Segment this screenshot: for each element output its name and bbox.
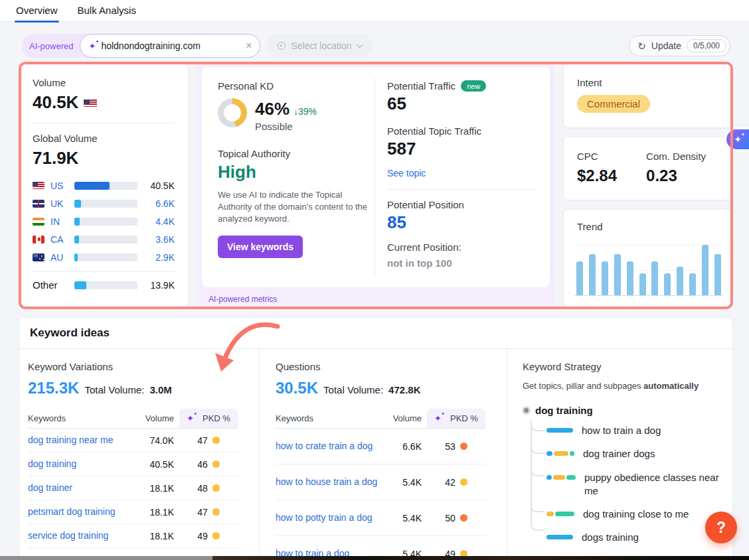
- com-density-label: Com. Density: [646, 151, 706, 162]
- topical-authority-label: Topical Authority: [218, 148, 363, 159]
- strategy-subpage-item[interactable]: dog trainer dogs: [546, 447, 732, 460]
- keyword-link[interactable]: how to potty train a dog: [276, 512, 384, 524]
- country-row: CA3.6K: [33, 230, 175, 248]
- topic-bullet-icon: [524, 408, 529, 413]
- ai-powered-label: AI-powered: [29, 41, 73, 51]
- pkd-difficulty-dot: [212, 484, 220, 492]
- trend-bar: [664, 273, 671, 295]
- country-link[interactable]: US: [50, 180, 68, 191]
- country-volume-bar: [74, 236, 137, 244]
- ca-flag: [33, 236, 44, 244]
- country-volume-bar: [74, 218, 137, 226]
- country-volume-value: 2.9K: [144, 252, 175, 263]
- topical-authority-value: High: [218, 162, 363, 182]
- keywords-column-header[interactable]: Keywords: [28, 409, 137, 428]
- ai-sparkle-icon: ✦: [187, 414, 194, 423]
- see-topic-link[interactable]: See topic: [387, 168, 426, 178]
- new-badge: new: [461, 80, 486, 92]
- us-flag: [33, 182, 44, 190]
- subpage-intent-pill-icon: [546, 475, 576, 480]
- strategy-subpage-item[interactable]: how to train a dog: [546, 424, 732, 437]
- help-button[interactable]: ?: [705, 512, 737, 543]
- volume-card: Volume 40.5K Global Volume 71.9K US40.5K…: [19, 63, 189, 308]
- table-row: dog training40.5K46: [28, 453, 238, 476]
- kd-donut-chart: [218, 98, 247, 127]
- location-placeholder: Select location: [291, 40, 351, 51]
- pkd-difficulty-dot: [212, 437, 220, 444]
- volume-column-header[interactable]: Volume: [384, 409, 422, 428]
- pkd-difficulty-dot: [460, 514, 467, 522]
- cpc-label: CPC: [577, 151, 617, 162]
- clear-search-icon[interactable]: ×: [246, 40, 252, 52]
- country-volume-list: US40.5KUK6.6KIN4.4KCA3.6KAU2.9K: [33, 176, 175, 266]
- global-volume-value: 71.9K: [33, 148, 175, 169]
- country-link[interactable]: CA: [50, 234, 68, 245]
- keyword-link[interactable]: service dog training: [28, 529, 137, 541]
- keyword-link[interactable]: petsmart dog training: [28, 506, 137, 518]
- keyword-link[interactable]: how to crate train a dog: [276, 440, 384, 452]
- keyword-link[interactable]: dog trainer: [28, 482, 137, 494]
- keyword-volume: 6.6K: [384, 441, 422, 452]
- country-row: US40.5K: [33, 176, 175, 194]
- update-button[interactable]: ↻ Update 0/5,000: [629, 35, 730, 56]
- pkd-difficulty-dot: [212, 532, 220, 539]
- trend-bar: [651, 261, 658, 295]
- variations-count[interactable]: 215.3K: [28, 379, 79, 397]
- country-volume-value: 6.6K: [144, 198, 175, 209]
- trend-bar: [689, 273, 696, 295]
- questions-total-value: 472.8K: [388, 384, 420, 395]
- table-row: petsmart dog training18.1K47: [28, 500, 238, 524]
- uk-flag: [33, 200, 44, 208]
- country-link[interactable]: UK: [50, 198, 68, 209]
- subpage-keyword-label: how to train a dog: [582, 424, 661, 437]
- trend-label: Trend: [577, 221, 723, 232]
- pkd-column-header[interactable]: ✦PKD %: [179, 409, 238, 428]
- country-link[interactable]: IN: [50, 216, 68, 227]
- keyword-search-input[interactable]: ✦ holdnondogtraining.com ×: [80, 34, 260, 58]
- trend-bar: [639, 273, 646, 295]
- keyword-volume: 5.4K: [384, 513, 422, 524]
- keyword-volume: 18.1K: [137, 531, 174, 541]
- keyword-volume: 74.0K: [137, 435, 174, 446]
- trend-bar: [602, 261, 608, 295]
- country-volume-value: 40.5K: [144, 180, 175, 191]
- search-query[interactable]: holdnondogtraining.com: [101, 40, 246, 51]
- strategy-subpage-item[interactable]: dog training close to me: [546, 508, 732, 521]
- location-pin-icon: [278, 42, 286, 50]
- pkd-column-header[interactable]: ✦PKD %: [427, 409, 485, 428]
- ai-sparkle-icon: ✦: [88, 42, 96, 50]
- country-row: IN4.4K: [33, 212, 175, 230]
- bottom-content-edge: [0, 556, 749, 560]
- chevron-down-icon: [356, 42, 363, 48]
- tab-overview[interactable]: Overview: [16, 0, 58, 22]
- keyword-pkd: 49: [179, 531, 238, 541]
- keyword-link[interactable]: dog training near me: [28, 434, 137, 446]
- keywords-column-header[interactable]: Keywords: [276, 409, 384, 428]
- keyword-link[interactable]: how to house train a dog: [276, 476, 384, 488]
- country-row: UK6.6K: [33, 194, 175, 212]
- potential-position-value: 85: [387, 212, 539, 233]
- volume-column-header[interactable]: Volume: [137, 409, 174, 428]
- country-link[interactable]: AU: [50, 252, 68, 263]
- trend-bar: [702, 245, 708, 295]
- country-volume-bar: [74, 253, 137, 261]
- keyword-pkd: 46: [179, 459, 238, 470]
- table-header: Keywords Volume ✦PKD %: [28, 409, 238, 429]
- table-header: Keywords Volume ✦PKD %: [276, 409, 485, 429]
- update-label: Update: [651, 40, 681, 51]
- view-keywords-button[interactable]: View keywords: [218, 236, 303, 258]
- au-flag: [33, 253, 44, 261]
- strategy-subpage-item[interactable]: dogs training: [546, 531, 732, 544]
- questions-count[interactable]: 30.5K: [276, 379, 318, 397]
- personal-kd-label: Personal KD: [218, 80, 363, 92]
- location-select[interactable]: Select location: [267, 34, 372, 58]
- strategy-root-topic[interactable]: dog training: [523, 405, 732, 416]
- variations-total-value: 3.0M: [149, 384, 171, 395]
- strategy-subpage-item[interactable]: puppy obedience classes near me: [546, 471, 732, 498]
- trend-bar: [627, 261, 633, 295]
- keyword-pkd: 42: [427, 477, 485, 488]
- ai-assistant-floating-button[interactable]: ✦: [724, 127, 749, 151]
- ai-metrics-panel: Personal KD 46%↓39% Possible Topical Aut…: [197, 63, 555, 308]
- tab-bulk-analysis[interactable]: Bulk Analysis: [78, 0, 136, 22]
- keyword-link[interactable]: dog training: [28, 458, 137, 470]
